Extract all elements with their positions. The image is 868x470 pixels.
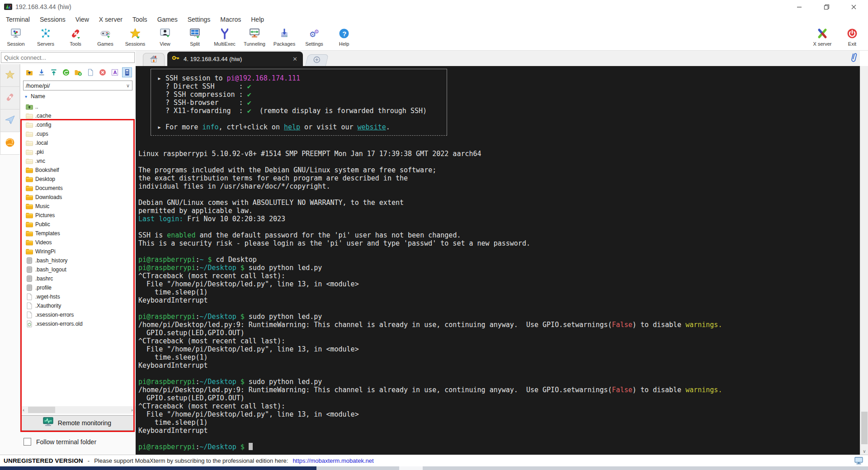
new-tab-button[interactable] [305,54,329,66]
maximize-button[interactable] [816,0,837,14]
toolbar-button-tools[interactable]: Tools [61,26,90,50]
menu-sessions[interactable]: Sessions [35,14,71,25]
scroll-down-icon[interactable]: ∨ [860,449,868,454]
menu-macros[interactable]: Macros [215,14,246,25]
session-icon [10,26,22,41]
split-icon [189,26,201,41]
ssh-session-banner: ▸ SSH session to pi@192.168.174.111 ? Di… [151,69,447,136]
file-row[interactable]: .profile [22,283,134,292]
tools-icon [70,26,81,41]
rename-icon[interactable]: A [110,68,119,77]
new-folder-icon[interactable] [74,68,83,77]
sidebar-tab-globe[interactable] [0,132,20,155]
menu-help[interactable]: Help [246,14,269,25]
folder-icon [26,185,33,192]
sessions-icon [129,26,141,41]
file-row[interactable]: Videos [22,238,134,247]
active-session-tab[interactable]: 4. 192.168.43.44 (hiw) ✕ [167,52,303,66]
file-name: Videos [35,239,52,246]
file-name: .cups [35,131,48,137]
download-icon[interactable] [37,68,46,77]
delete-icon[interactable] [98,68,107,77]
paperclip-icon[interactable] [849,52,858,66]
file-row[interactable]: .xsession-errors.old [22,319,134,328]
path-dropdown[interactable]: /home/pi/ ∨ [23,81,132,90]
toolbar-button-exit[interactable]: Exit [837,26,867,50]
file-row[interactable]: .pki [22,147,134,157]
scrollbar-thumb[interactable] [861,412,868,444]
toolbar-button-split[interactable]: Split [180,26,210,50]
file-row[interactable]: .wget-hsts [22,292,134,301]
file-row[interactable]: .xsession-errors [22,310,134,319]
folder-up-icon [26,103,33,110]
toolbar-button-settings[interactable]: ⚙⚙Settings [299,26,329,50]
toolbar-button-multiexec[interactable]: MultiExec [210,26,240,50]
file-row[interactable]: .config [22,120,134,129]
toolbar-button-packages[interactable]: Packages [269,26,299,50]
file-row[interactable]: .cache [22,111,134,120]
menu-terminal[interactable]: Terminal [1,14,35,25]
tab-close-icon[interactable]: ✕ [292,56,298,62]
sidebar-horizontal-scrollbar[interactable]: ‹ › [20,406,136,413]
refresh-icon[interactable] [61,68,71,77]
toolbar-button-help[interactable]: ?Help [329,26,359,50]
scroll-left-icon[interactable]: ‹ [20,407,27,413]
scrollbar-thumb[interactable] [28,407,55,413]
toolbar-button-session[interactable]: Session [1,26,31,50]
sidebar-tab-star[interactable] [0,64,20,87]
toolbar-button-x-server[interactable]: X server [807,26,837,50]
file-row[interactable]: Pictures [22,211,134,220]
sidebar-tab-knife[interactable] [0,87,20,109]
file-row[interactable]: Music [22,202,134,211]
toolbar-button-tunneling[interactable]: Tunneling [240,26,269,50]
file-row[interactable]: .. [22,102,134,111]
follow-terminal-checkbox[interactable] [24,438,31,446]
parent-folder-icon[interactable] [25,68,34,77]
scrollbar-thumb[interactable] [399,466,423,470]
close-button[interactable] [843,0,864,14]
menu-x-server[interactable]: X server [94,14,127,25]
file-name: .xsession-errors.old [35,321,83,327]
terminal-scrollbar[interactable]: ∨ [860,66,868,455]
column-header-name[interactable]: ▾ Name [25,93,45,100]
file-row[interactable]: Public [22,220,134,229]
sidebar-tab-plane[interactable] [0,109,20,132]
file-row[interactable]: Bookshelf [22,166,134,175]
toolbar-button-games[interactable]: Games [90,26,120,50]
menu-games[interactable]: Games [152,14,183,25]
toolbar-button-servers[interactable]: Servers [31,26,61,50]
upload-icon[interactable] [49,68,58,77]
folder-pale-icon [26,130,33,138]
bottom-scroll-strip[interactable] [0,466,868,470]
new-file-icon[interactable] [86,68,95,77]
file-row[interactable]: Desktop [22,175,134,184]
file-name: WiringPi [35,248,56,255]
file-row[interactable]: Documents [22,184,134,193]
file-row[interactable]: .cups [22,129,134,138]
remote-monitoring-button[interactable]: Remote monitoring [20,415,134,431]
file-row[interactable]: Downloads [22,193,134,202]
file-row[interactable]: .bash_history [22,256,134,265]
file-name: Public [35,221,50,228]
folder-pale-icon [26,157,33,165]
file-name: .Xauthority [35,303,61,309]
scroll-right-icon[interactable]: › [128,407,136,413]
toolbar-button-sessions[interactable]: Sessions [120,26,150,50]
menu-settings[interactable]: Settings [183,14,216,25]
menu-tools[interactable]: Tools [127,14,152,25]
file-row[interactable]: WiringPi [22,247,134,256]
quick-connect-input[interactable] [1,52,135,63]
file-row[interactable]: .bashrc [22,274,134,283]
home-tab[interactable] [143,53,165,66]
file-row[interactable]: .vnc [22,157,134,166]
minimize-button[interactable] [789,0,810,14]
file-row[interactable]: .bash_logout [22,265,134,274]
file-row[interactable]: .local [22,138,134,147]
menu-view[interactable]: View [71,14,94,25]
mobatek-link[interactable]: https://mobaxterm.mobatek.net [292,457,373,464]
sync-browser-icon[interactable] [123,68,132,77]
file-row[interactable]: .Xauthority [22,301,134,310]
file-row[interactable]: Templates [22,229,134,238]
toolbar-button-view[interactable]: View [150,26,180,50]
terminal[interactable]: ▸ SSH session to pi@192.168.174.111 ? Di… [136,66,860,455]
